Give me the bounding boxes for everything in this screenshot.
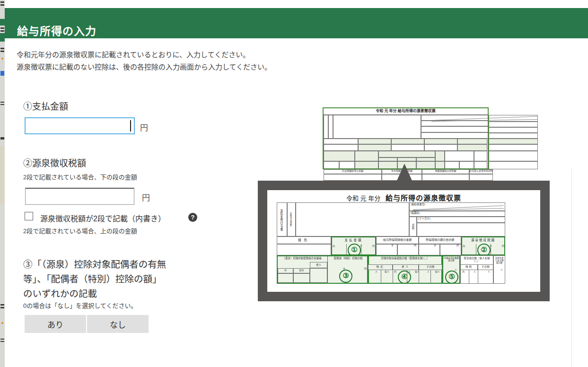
- slip-title-main: 給与所得の源泉徴収票: [386, 194, 461, 202]
- two-row-notation-checkbox[interactable]: [25, 212, 33, 220]
- slip-number-2: ②: [477, 244, 491, 257]
- slip-recipient-no: (受給者番号): [411, 203, 425, 206]
- two-row-notation-note: 2段で記載されている場合、上の段の金額: [23, 226, 137, 235]
- slip-role-label: (役職名): [411, 211, 420, 214]
- slip-under16-label: 16歳未満扶養親族の数: [443, 257, 459, 262]
- slip-col-type: 種別: [277, 238, 331, 242]
- slip-nonresident-label: 非居住者である親族の数: [494, 257, 504, 264]
- slip-number-5: ⑤: [445, 271, 458, 284]
- withholding-tax-label: ②源泉徴収税額: [23, 156, 86, 169]
- slip-spouse-box-label: （源泉）控除対象配偶者の有無等: [278, 257, 326, 260]
- payment-amount-label: ①支払金額: [23, 99, 68, 112]
- page-title: 給与所得の入力: [17, 16, 97, 46]
- page-edge-artifacts: [0, 0, 5, 367]
- slip-col-payment: 支払金額: [331, 238, 376, 242]
- page-header-bar: 給与所得の入力: [5, 8, 588, 38]
- slip-payer-label: 支払を受ける者: [280, 205, 283, 235]
- spouse-no-button[interactable]: なし: [87, 315, 149, 333]
- content-divider: [571, 168, 572, 367]
- two-row-notation-label: 源泉徴収税額が2段で記載（内書き）: [40, 212, 166, 224]
- spouse-yes-button[interactable]: あり: [25, 315, 86, 333]
- spouse-label-line-3: のいずれかの記載: [23, 286, 97, 300]
- withholding-slip-thumbnail: 令和 元 年分 給与所得の源泉徴収票: [323, 107, 538, 181]
- slip-number-4: ④: [398, 271, 411, 284]
- spouse-note: 0の場合は「なし」を選択してください。: [23, 301, 137, 310]
- withholding-tax-unit: 円: [142, 191, 150, 203]
- slip-spouse-deduction-label: 配偶者（特別）控除の額: [328, 257, 368, 260]
- withholding-tax-input[interactable]: [25, 188, 134, 205]
- slip-era: 令和 元 年分: [346, 195, 380, 202]
- intro-line-1: 令和元年分の源泉徴収票に記載されているとおりに、入力してください。: [17, 49, 250, 59]
- slip-title: 令和 元 年分 給与所得の源泉徴収票: [267, 192, 540, 202]
- payment-amount-unit: 円: [140, 121, 148, 133]
- slip-name-label: 氏名: [411, 218, 414, 235]
- slip-col-total-deduction: 所得控除の額の合計額: [419, 238, 461, 242]
- slip-thumb-footer-2: 地震保険料の控除額: [422, 170, 469, 173]
- slip-thumb-footer-3: 住宅借入金等特別控除の額: [469, 170, 493, 173]
- help-icon[interactable]: ?: [188, 213, 197, 222]
- spouse-label-line-1: ③「（源泉）控除対象配偶者の有無: [23, 257, 166, 271]
- slip-col-withholding: 源泉徴収税額: [461, 238, 505, 242]
- slip-thumb-footer-0: 社会保険料等の金額: [324, 170, 382, 173]
- slip-dependents-label: 控除対象扶養親族の数（配偶者を除く。）: [369, 257, 441, 260]
- spouse-label-line-2: 等」、「配偶者（特別）控除の額」: [23, 271, 162, 285]
- slip-col-after-deduction: 給与所得控除後の金額: [376, 238, 419, 242]
- slip-number-3: ③: [339, 270, 352, 283]
- magnifier-frame: 令和 元 年分 給与所得の源泉徴収票 支払を受ける者 住所又は居所 (受給者番号…: [258, 181, 550, 301]
- salary-income-entry-page: 給与所得の入力 令和元年分の源泉徴収票に記載されているとおりに、入力してください…: [0, 0, 588, 367]
- withholding-tax-note: 2段で記載されている場合、下の段の金額: [23, 172, 137, 181]
- slip-disabled-label: 障害者の数（本人を除く。）: [461, 257, 492, 263]
- slip-number-1: ①: [348, 244, 361, 257]
- slip-thumb-highlight: [323, 107, 489, 169]
- withholding-slip-enlarged: 令和 元 年分 給与所得の源泉徴収票 支払を受ける者 住所又は居所 (受給者番号…: [267, 190, 540, 292]
- text-cursor: [130, 120, 131, 131]
- slip-address-label: 住所又は居所: [289, 204, 292, 235]
- slip-furigana-label: (フリガナ): [418, 217, 430, 220]
- payment-amount-input[interactable]: [25, 117, 135, 134]
- magnifier-pointer: [396, 164, 412, 182]
- intro-line-2: 源泉徴収票に記載のない控除は、後の各控除の入力画面から入力してください。: [17, 61, 272, 71]
